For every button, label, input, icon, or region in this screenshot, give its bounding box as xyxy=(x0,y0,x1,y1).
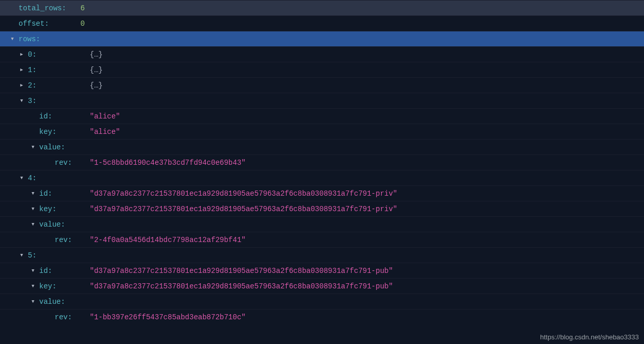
value-string: "alice" xyxy=(90,112,120,121)
spacer xyxy=(9,5,15,11)
json-viewer: total_rows: 6 offset: 0 rows: 0: {…} 1: … xyxy=(0,0,644,324)
field-rev: rev: "1-5c8bbd6190c4e37b3cd7fd94c0e69b43… xyxy=(0,154,644,170)
key-label: rev: xyxy=(55,236,90,244)
chevron-down-icon[interactable] xyxy=(30,283,36,289)
field-value[interactable]: value: xyxy=(0,294,644,309)
array-item-0[interactable]: 0: {…} xyxy=(0,46,644,62)
key-label: 5: xyxy=(28,251,90,260)
key-label: rev: xyxy=(55,313,90,321)
value-string: "alice" xyxy=(90,128,120,136)
value-object-placeholder: {…} xyxy=(90,50,103,59)
chevron-down-icon[interactable] xyxy=(30,268,36,274)
value-string: "d37a97a8c2377c21537801ec1a929d81905ae57… xyxy=(90,282,393,290)
value-number: 6 xyxy=(80,4,85,12)
field-rev: rev: "1-bb397e26ff5437c85abd3eab872b710c… xyxy=(0,309,644,324)
value-number: 0 xyxy=(80,20,85,28)
field-key: key: "alice" xyxy=(0,124,644,139)
value-object-placeholder: {…} xyxy=(90,81,103,90)
value-object-placeholder: {…} xyxy=(90,66,103,74)
value-string: "d37a97a8c2377c21537801ec1a929d81905ae57… xyxy=(90,205,398,213)
array-item-4[interactable]: 4: xyxy=(0,170,644,185)
key-label: value: xyxy=(39,298,90,306)
spacer xyxy=(30,129,36,135)
array-item-3[interactable]: 3: xyxy=(0,93,644,108)
key-label: value: xyxy=(39,220,90,229)
array-item-2[interactable]: 2: {…} xyxy=(0,77,644,93)
spacer xyxy=(9,21,15,27)
chevron-down-icon[interactable] xyxy=(30,206,36,212)
key-label: id: xyxy=(39,112,90,121)
chevron-down-icon[interactable] xyxy=(19,98,25,104)
array-item-5[interactable]: 5: xyxy=(0,247,644,263)
key-label: key: xyxy=(39,282,90,290)
value-string: "1-bb397e26ff5437c85abd3eab872b710c" xyxy=(90,313,245,321)
key-label: rev: xyxy=(55,159,90,167)
key-label: offset: xyxy=(19,20,80,28)
field-rev: rev: "2-4f0a0a5456d14bdc7798ac12af29bf41… xyxy=(0,232,644,247)
key-label: 0: xyxy=(28,50,90,59)
chevron-right-icon[interactable] xyxy=(19,67,25,73)
key-label: 2: xyxy=(28,81,90,90)
field-offset: offset: 0 xyxy=(0,15,644,31)
key-label: id: xyxy=(39,267,90,275)
chevron-down-icon[interactable] xyxy=(30,191,36,197)
key-label: id: xyxy=(39,190,90,198)
field-value[interactable]: value: xyxy=(0,139,644,154)
key-label: rows: xyxy=(19,35,80,43)
value-string: "1-5c8bbd6190c4e37b3cd7fd94c0e69b43" xyxy=(90,159,245,167)
field-value[interactable]: value: xyxy=(0,216,644,232)
spacer xyxy=(45,160,52,166)
key-label: key: xyxy=(39,205,90,213)
key-label: 1: xyxy=(28,66,90,74)
spacer xyxy=(45,314,52,320)
value-string: "2-4f0a0a5456d14bdc7798ac12af29bf41" xyxy=(90,236,245,244)
watermark-text: https://blog.csdn.net/shebao3333 xyxy=(540,333,639,341)
field-id[interactable]: id: "d37a97a8c2377c21537801ec1a929d81905… xyxy=(0,185,644,201)
key-label: total_rows: xyxy=(19,4,80,12)
key-label: 3: xyxy=(28,97,90,105)
chevron-down-icon[interactable] xyxy=(30,144,36,150)
value-string: "d37a97a8c2377c21537801ec1a929d81905ae57… xyxy=(90,267,393,275)
key-label: 4: xyxy=(28,174,90,182)
chevron-down-icon[interactable] xyxy=(19,175,25,181)
key-label: value: xyxy=(39,143,90,151)
field-key[interactable]: key: "d37a97a8c2377c21537801ec1a929d8190… xyxy=(0,278,644,294)
field-id[interactable]: id: "d37a97a8c2377c21537801ec1a929d81905… xyxy=(0,263,644,278)
chevron-down-icon[interactable] xyxy=(30,299,36,305)
spacer xyxy=(45,237,52,243)
array-item-1[interactable]: 1: {…} xyxy=(0,62,644,77)
field-total-rows: total_rows: 6 xyxy=(0,0,644,15)
chevron-down-icon[interactable] xyxy=(9,36,15,42)
value-string: "d37a97a8c2377c21537801ec1a929d81905ae57… xyxy=(90,190,398,198)
field-key[interactable]: key: "d37a97a8c2377c21537801ec1a929d8190… xyxy=(0,201,644,216)
field-rows[interactable]: rows: xyxy=(0,31,644,46)
chevron-down-icon[interactable] xyxy=(19,252,25,259)
chevron-right-icon[interactable] xyxy=(19,82,25,89)
spacer xyxy=(30,113,36,119)
chevron-down-icon[interactable] xyxy=(30,221,36,228)
field-id: id: "alice" xyxy=(0,108,644,124)
key-label: key: xyxy=(39,128,90,136)
chevron-right-icon[interactable] xyxy=(19,51,25,58)
